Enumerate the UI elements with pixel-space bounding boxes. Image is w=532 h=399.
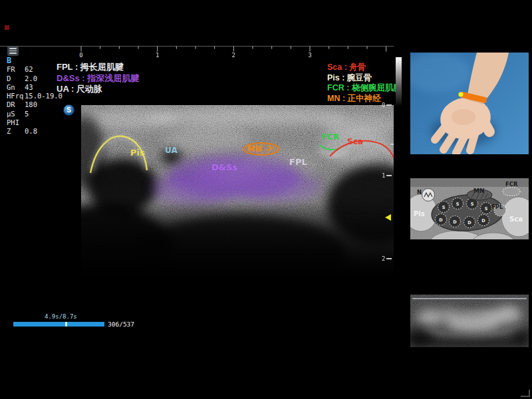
diagram-label-mn: MN	[473, 188, 485, 194]
depth-tick: 2	[382, 255, 392, 262]
depth-tick: 0	[382, 102, 392, 108]
tendon-letter: S	[442, 205, 446, 210]
tendon-letter: D	[481, 218, 485, 223]
diagram-label-fpl: FPL	[491, 203, 503, 210]
cine-cursor[interactable]	[65, 322, 67, 327]
tendon-letter: D	[453, 219, 457, 225]
legend-item: D&Ss : 指深浅屈肌腱	[57, 73, 139, 84]
tendon-letter: D	[439, 217, 443, 223]
depth-tick-minor	[390, 144, 394, 145]
legend-left: FPL : 拇长屈肌腱 D&Ss : 指深浅屈肌腱 UA : 尺动脉	[57, 62, 139, 95]
grayscale-bar	[396, 57, 402, 106]
focus-marker-icon[interactable]	[385, 214, 391, 221]
legend-right: Sca : 舟骨 Pis : 腕豆骨 FCR : 桡侧腕屈肌腱 MN : 正中神…	[327, 63, 402, 104]
ultrasound-image[interactable]: Pis UA D&Ss MN FPL FCR Sca	[81, 105, 394, 283]
legend-item: UA : 尺动脉	[57, 84, 139, 95]
param-row: Z0.8	[7, 127, 70, 136]
cine-progress-bar[interactable]	[13, 322, 104, 327]
cine-time-label: 4.9s/8.7s	[45, 313, 77, 320]
ruler-label: 3	[308, 52, 311, 59]
reference-ultrasound-thumbnail	[410, 295, 529, 347]
ruler-label: 2	[232, 52, 235, 59]
bezel-corner-mark	[521, 390, 530, 397]
ruler-label: 0	[79, 52, 82, 59]
tendon-letter: D	[467, 220, 471, 225]
label-fcr: FCR	[322, 132, 339, 142]
label-fpl: FPL	[289, 157, 307, 167]
param-row: PHI	[7, 118, 70, 127]
label-pis: Pis	[130, 148, 145, 158]
tendon-letter: S	[485, 206, 488, 211]
param-row: DR180	[7, 100, 70, 109]
label-sca: Sca	[347, 137, 363, 146]
diagram-label-sca: Sca	[509, 215, 523, 223]
diagram-label-n: N	[417, 189, 422, 196]
legend-item: FCR : 桡侧腕屈肌腱	[327, 83, 402, 94]
anatomy-diagram: S S S S D D D D N MN FCR FPL Pis Sca	[410, 178, 529, 239]
diagram-label-fcr: FCR	[505, 181, 518, 188]
ruler-label: 1	[156, 52, 159, 59]
ulnar-artery-diagram	[422, 189, 435, 201]
probe-orientation-marker: S	[63, 104, 74, 116]
label-ua: UA	[165, 146, 178, 155]
label-dss: D&Ss	[211, 162, 237, 172]
diagram-label-pis: Pis	[414, 210, 425, 217]
cine-frame-counter: 306/537	[108, 321, 134, 328]
legend-item: Sca : 舟骨	[327, 63, 402, 73]
probe-position-photo	[410, 53, 529, 154]
tendon-letter: S	[456, 201, 460, 207]
legend-item: FPL : 拇长屈肌腱	[57, 62, 139, 73]
ultrasound-screen: 0 1 2 3 B FR62 D2.0 Gn43 HFrq15.0-19.0 D…	[0, 0, 532, 399]
depth-tick: 1	[382, 172, 392, 179]
probe-orientation-dot	[458, 92, 463, 96]
label-mn: MN	[247, 144, 262, 154]
param-row: μS5	[7, 110, 70, 118]
fcr-diagram	[503, 188, 520, 196]
record-indicator	[5, 25, 9, 30]
tendon-letter: S	[471, 201, 474, 207]
legend-item: Pis : 腕豆骨	[327, 73, 402, 84]
